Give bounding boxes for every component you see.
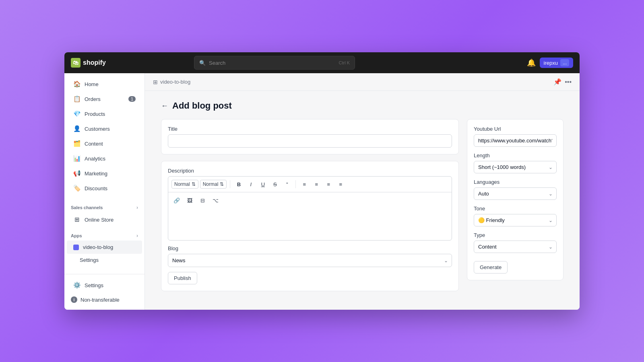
sidebar-item-customers[interactable]: 👤 Customers xyxy=(67,121,142,136)
tone-label: Tone xyxy=(474,206,557,212)
publish-button[interactable]: Publish xyxy=(168,272,197,284)
editor-container: Normal ⇅ Normal ⇅ B I xyxy=(168,176,452,241)
sidebar-item-analytics[interactable]: 📊 Analytics xyxy=(67,151,142,166)
search-bar[interactable]: 🔍 Search Ctrl K xyxy=(194,56,355,70)
sidebar-item-settings[interactable]: ⚙️ Settings xyxy=(67,278,142,292)
orders-icon: 📋 xyxy=(73,95,80,103)
sidebar-item-marketing-label: Marketing xyxy=(85,171,107,177)
link-button[interactable]: 🔗 xyxy=(171,195,182,206)
topbar-right: 🔔 irepxu ... xyxy=(527,58,573,68)
style-2-chevron: ⇅ xyxy=(220,181,224,187)
user-menu-dots[interactable]: ... xyxy=(560,59,569,66)
length-select[interactable]: Short (~1000 words) Medium (~2000 words)… xyxy=(474,161,557,173)
online-store-icon: ⊞ xyxy=(73,216,80,223)
back-button[interactable]: ← xyxy=(161,102,168,110)
video-to-blog-icon xyxy=(73,245,79,250)
tone-select-wrapper: 🟡 Friendly Professional Casual ⌄ xyxy=(474,214,557,226)
youtube-url-input[interactable] xyxy=(474,134,557,147)
shopify-bag-icon: 🛍 xyxy=(71,58,80,68)
user-badge[interactable]: irepxu ... xyxy=(540,58,573,68)
sidebar-item-home-label: Home xyxy=(85,81,99,87)
sidebar-item-discounts-label: Discounts xyxy=(85,185,107,191)
sidebar-item-discounts[interactable]: 🏷️ Discounts xyxy=(67,181,142,195)
length-label: Length xyxy=(474,152,557,158)
apps-chevron-icon: › xyxy=(136,233,138,239)
sidebar-item-content-label: Content xyxy=(85,141,103,147)
search-icon: 🔍 xyxy=(199,60,206,66)
pin-icon[interactable]: 📌 xyxy=(553,78,561,86)
marketing-icon: 📢 xyxy=(73,170,80,177)
underline-button[interactable]: U xyxy=(258,179,268,189)
orders-badge: 1 xyxy=(128,96,136,102)
sidebar-item-orders[interactable]: 📋 Orders 1 xyxy=(67,92,142,106)
title-input[interactable] xyxy=(168,134,452,148)
search-shortcut: Ctrl K xyxy=(339,60,350,65)
type-select-wrapper: Content Summary Tutorial ⌄ xyxy=(474,241,557,253)
style-select-2[interactable]: Normal ⇅ xyxy=(200,180,227,189)
style-select-1[interactable]: Normal ⇅ xyxy=(171,180,198,189)
chevron-right-icon: › xyxy=(136,205,138,210)
sales-channels-header: Sales channels › xyxy=(64,199,144,212)
list-ordered-button[interactable]: ≡ xyxy=(299,179,310,189)
sidebar-item-home[interactable]: 🏠 Home xyxy=(67,77,142,91)
type-label: Type xyxy=(474,232,557,238)
code-button[interactable]: ⌥ xyxy=(210,195,221,206)
sidebar-item-video-to-blog-label: video-to-blog xyxy=(83,244,113,250)
style-2-label: Normal xyxy=(203,181,219,187)
length-select-wrapper: Short (~1000 words) Medium (~2000 words)… xyxy=(474,161,557,173)
discounts-icon: 🏷️ xyxy=(73,185,80,192)
sidebar-item-analytics-label: Analytics xyxy=(85,156,105,162)
blog-select-wrapper: News Blog ⌄ xyxy=(168,254,452,267)
sidebar-item-video-to-blog[interactable]: video-to-blog xyxy=(67,241,142,254)
style-1-chevron: ⇅ xyxy=(192,181,196,187)
description-label: Description xyxy=(168,168,452,174)
breadcrumb-bar: ⊞ video-to-blog 📌 ••• xyxy=(145,73,580,91)
page-header: ← Add blog post xyxy=(161,101,564,111)
sidebar-item-content[interactable]: 🗂️ Content xyxy=(67,136,142,151)
blog-select[interactable]: News Blog xyxy=(168,254,452,267)
apps-label: Apps xyxy=(71,233,82,238)
sidebar-item-products[interactable]: 💎 Products xyxy=(67,107,142,121)
sales-channels-label: Sales channels xyxy=(71,205,103,210)
description-card: Description Normal ⇅ Normal ⇅ xyxy=(161,161,459,291)
sidebar-sub-settings[interactable]: Settings xyxy=(64,254,144,266)
table-button[interactable]: ⊟ xyxy=(197,195,208,206)
bold-button[interactable]: B xyxy=(233,179,244,189)
type-select[interactable]: Content Summary Tutorial xyxy=(474,241,557,253)
breadcrumb-path: video-to-blog xyxy=(160,79,190,85)
content-area: ⊞ video-to-blog 📌 ••• ← Add blog post xyxy=(145,73,580,310)
languages-select[interactable]: Auto English Spanish French xyxy=(474,187,557,200)
editor-body[interactable] xyxy=(168,208,452,240)
sidebar-item-online-store-label: Online Store xyxy=(85,217,114,223)
products-icon: 💎 xyxy=(73,110,80,117)
breadcrumb-actions: 📌 ••• xyxy=(553,78,572,86)
toolbar-divider-1 xyxy=(230,180,230,188)
more-options-icon[interactable]: ••• xyxy=(565,78,572,86)
italic-button[interactable]: I xyxy=(246,179,256,189)
languages-select-wrapper: Auto English Spanish French ⌄ xyxy=(474,187,557,200)
bell-icon[interactable]: 🔔 xyxy=(527,58,536,67)
brand-name: shopify xyxy=(83,59,106,66)
sidebar-item-marketing[interactable]: 📢 Marketing xyxy=(67,166,142,181)
image-button[interactable]: 🖼 xyxy=(184,195,195,206)
quote-button[interactable]: " xyxy=(282,179,292,189)
two-col-layout: Title Description Normal ⇅ xyxy=(161,119,564,298)
youtube-url-label: Youtube Url xyxy=(474,126,557,132)
title-card: Title xyxy=(161,119,459,154)
generate-button[interactable]: Generate xyxy=(474,261,508,274)
align-left-button[interactable]: ≡ xyxy=(323,179,334,189)
topbar: 🛍 shopify 🔍 Search Ctrl K 🔔 irepxu ... xyxy=(64,52,580,73)
languages-field: Languages Auto English Spanish French ⌄ xyxy=(474,179,557,200)
strikethrough-button[interactable]: S xyxy=(270,179,280,189)
tone-select[interactable]: 🟡 Friendly Professional Casual xyxy=(474,214,557,226)
list-unordered-button[interactable]: ≡ xyxy=(311,179,322,189)
sidebar-item-orders-label: Orders xyxy=(85,96,101,102)
apps-header: Apps › xyxy=(64,227,144,240)
sidebar-item-products-label: Products xyxy=(85,111,105,117)
side-panel-col: Youtube Url Length Short (~1000 words) M… xyxy=(467,119,564,298)
align-right-button[interactable]: ≡ xyxy=(335,179,346,189)
sidebar-item-online-store[interactable]: ⊞ Online Store xyxy=(67,212,142,227)
page-title: Add blog post xyxy=(172,101,232,111)
search-placeholder: Search xyxy=(209,60,225,66)
type-field: Type Content Summary Tutorial ⌄ xyxy=(474,232,557,253)
